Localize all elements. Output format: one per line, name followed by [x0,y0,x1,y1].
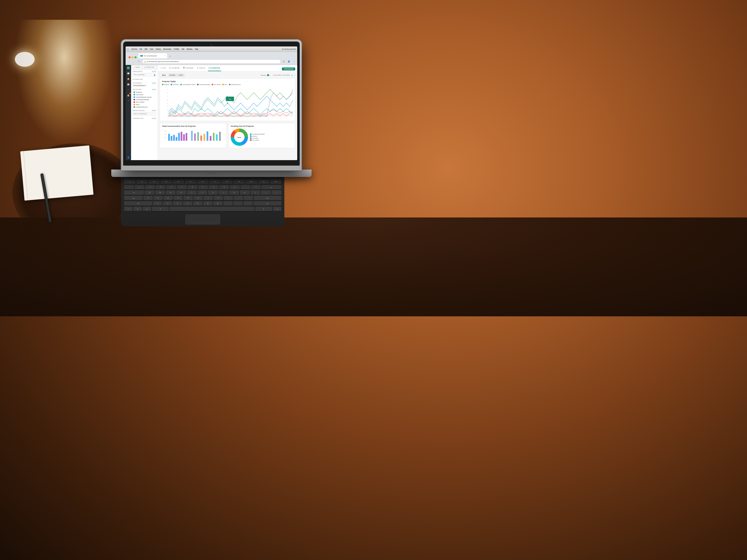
key-w[interactable]: W [155,190,165,195]
menubar-help[interactable]: Help [195,48,198,50]
key-d[interactable]: D [163,196,173,200]
nav-icon-calendar[interactable]: 📅 [126,82,130,86]
key-5[interactable]: 5 [177,185,187,189]
key-9[interactable]: 9 [219,185,229,189]
nav-kalender[interactable]: 📅 KALENDER [182,65,194,71]
calendars-all-button[interactable]: ALLES [152,82,156,84]
project-item-hero[interactable]: Hero content › [132,101,156,103]
key-f6[interactable]: F6 [197,180,208,184]
key-option-left[interactable]: opt [143,207,151,211]
key-1[interactable]: 1 [135,185,145,189]
new-tab-button[interactable]: + [168,54,173,58]
key-e[interactable]: E [166,190,176,195]
trackpad[interactable] [185,214,220,224]
extensions-button[interactable]: ⊞ [282,59,286,63]
key-c[interactable]: C [173,201,182,206]
nav-icon-share[interactable]: ↗ [126,99,130,103]
project-item-contentkalender[interactable]: Contentkalender nieuws › [132,96,156,98]
key-quote[interactable]: ' [243,196,253,200]
key-control[interactable]: ctrl [133,207,142,211]
users-all-button[interactable]: ALLES [152,71,156,72]
key-m[interactable]: M [213,201,223,206]
key-f1[interactable]: F1 [136,180,148,184]
menubar-chrome[interactable]: Chrome [131,48,137,50]
key-command-right[interactable]: ⌘ [255,207,272,211]
period-maand[interactable]: MAAND [168,74,177,76]
menubar-tab[interactable]: Tab [182,48,184,50]
key-k[interactable]: K [214,196,223,200]
projecten-button[interactable]: ⊡ PROJECTEN [143,66,156,69]
nav-tijdlijn[interactable]: ◈ TIJDLIJN [196,65,206,71]
key-f5[interactable]: F5 [185,180,196,184]
minimize-window-button[interactable] [132,56,133,58]
key-f10[interactable]: F10 [246,180,257,184]
nav-icon-chat[interactable]: 💬 [126,72,130,75]
key-return[interactable]: return [254,196,282,200]
key-esc[interactable]: esc [124,180,135,184]
key-u[interactable]: U [208,190,218,195]
settings-icon[interactable]: ⚙ [291,74,292,76]
project-item-academy[interactable]: Academy › [132,91,156,94]
period-jaar[interactable]: JAAR [177,74,184,76]
key-s[interactable]: S [154,196,163,200]
menubar-file[interactable]: File [139,48,142,50]
key-delete[interactable]: del [262,185,281,189]
key-minus[interactable]: - [240,185,251,189]
nav-lijst[interactable]: ≡ LIJST [160,65,167,71]
key-caps[interactable]: caps [124,196,143,200]
key-z[interactable]: Z [153,201,162,206]
add-button[interactable]: TOEVOEGEN [282,68,295,71]
forward-button[interactable]: → [132,59,136,63]
key-0[interactable]: 0 [230,185,240,189]
key-right-shift[interactable]: shift [254,201,281,206]
key-j[interactable]: J [204,196,213,200]
key-f3[interactable]: F3 [160,180,172,184]
key-period[interactable]: . [233,201,243,206]
key-g[interactable]: G [183,196,193,200]
key-f11[interactable]: F11 [258,180,269,184]
menubar-history[interactable]: History [156,48,161,50]
period-week[interactable]: WEEK [160,74,168,76]
profile-button[interactable]: 👤 [287,59,291,63]
key-backslash[interactable]: \ [272,190,281,195]
active-tab[interactable]: CK De Contentkalender × [138,53,168,58]
key-b[interactable]: B [193,201,203,206]
key-slash[interactable]: / [243,201,253,206]
menubar-view[interactable]: View [150,48,153,50]
menubar-window[interactable]: Window [187,48,192,50]
projects-all-button[interactable]: ALLES [152,89,156,90]
key-2[interactable]: 2 [146,185,155,189]
key-r[interactable]: R [176,190,186,195]
key-v[interactable]: V [183,201,192,206]
key-semicolon[interactable]: ; [234,196,243,200]
key-f9[interactable]: F9 [233,180,245,184]
menubar-profiles[interactable]: Profiles [174,48,179,50]
content-type-all-button[interactable]: ALLES [152,117,156,119]
key-6[interactable]: 6 [188,185,198,189]
project-item-linkedin[interactable]: Linkedinvluencers › [132,106,156,108]
nav-icon-bell[interactable]: 🔔 [126,77,130,81]
more-button[interactable]: ⋮ [292,59,296,63]
key-a[interactable]: A [144,196,153,200]
key-space[interactable] [170,207,254,211]
key-f4[interactable]: F4 [173,180,184,184]
key-f[interactable]: F [174,196,183,200]
back-button[interactable]: ← [127,59,131,63]
key-f2[interactable]: F2 [148,180,160,184]
key-h[interactable]: H [194,196,203,200]
key-backtick[interactable]: ` [124,185,134,189]
project-item-community[interactable]: Community › [132,94,156,96]
media-filter-input[interactable] [132,112,156,115]
expand-icon[interactable]: ⤢ [294,74,295,76]
key-q[interactable]: Q [145,190,155,195]
projects-filter-selector[interactable]: Projecten i ▾ [258,73,272,77]
calendar-chip-marketing[interactable]: Marketingkalender × [132,84,147,86]
nav-icon-alert[interactable]: ⚠️ 4 [126,93,130,97]
reset-button[interactable]: ↺ RESET [132,66,142,69]
key-n[interactable]: N [203,201,213,206]
key-7[interactable]: 7 [198,185,208,189]
key-l[interactable]: L [224,196,233,200]
key-comma[interactable]: , [223,201,233,206]
media-all-button[interactable]: ALLES [152,110,156,111]
user-filter-input[interactable] [132,73,156,76]
